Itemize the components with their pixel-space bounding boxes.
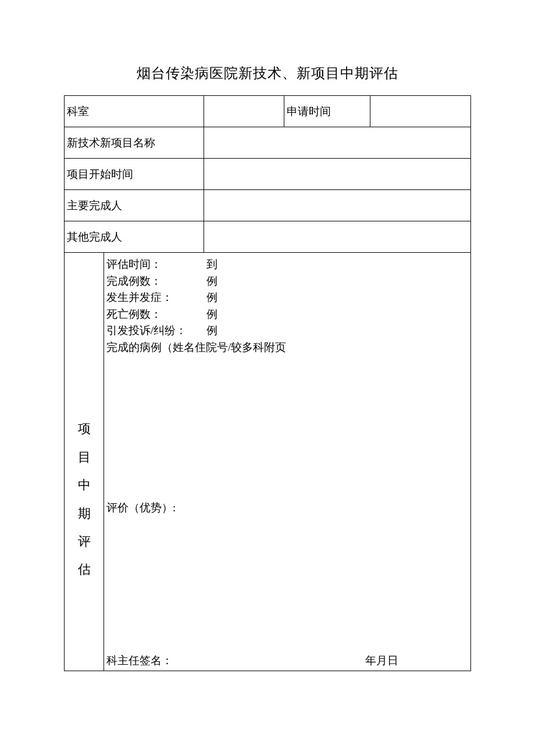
section-char: 估: [78, 556, 91, 583]
midterm-section-label: 项 目 中 期 评 估: [65, 253, 104, 671]
death-label: 死亡例数：: [106, 306, 206, 323]
dept-label: 科室: [65, 96, 204, 127]
cases-detail-label: 完成的病例（姓名住院号/较多科附页: [106, 339, 468, 356]
midterm-content-cell[interactable]: 评估时间： 到 完成例数： 例 发生并发症： 例 死亡例数： 例: [104, 253, 471, 671]
project-name-field[interactable]: [204, 127, 471, 159]
death-value: 例: [206, 306, 217, 323]
cases-done-label: 完成例数：: [106, 273, 206, 290]
complication-label: 发生并发症：: [106, 289, 206, 306]
evaluation-form-table: 科室 申请时间 新技术新项目名称 项目开始时间 主要完成人 其他完成人 项: [64, 95, 471, 671]
complication-value: 例: [206, 289, 217, 306]
eval-time-label: 评估时间：: [106, 256, 206, 273]
section-char: 中: [78, 471, 91, 499]
apply-time-label: 申请时间: [284, 96, 370, 127]
sign-label: 科主任签名：: [106, 653, 173, 668]
main-person-label: 主要完成人: [65, 190, 204, 221]
project-name-label: 新技术新项目名称: [65, 127, 204, 159]
complaint-label: 引发投诉/纠纷：: [106, 323, 206, 339]
start-time-field[interactable]: [204, 159, 471, 190]
complaint-value: 例: [206, 323, 217, 339]
page-title: 烟台传染病医院新技术、新项目中期评估: [64, 64, 471, 83]
other-person-field[interactable]: [204, 221, 471, 253]
dept-field[interactable]: [204, 96, 284, 127]
section-char: 项: [78, 415, 91, 443]
section-char: 目: [78, 443, 91, 471]
section-char: 评: [78, 528, 91, 556]
cases-done-value: 例: [206, 273, 217, 290]
evaluation-label: 评价（优势）:: [106, 500, 176, 515]
start-time-label: 项目开始时间: [65, 159, 204, 190]
apply-time-field[interactable]: [370, 96, 471, 127]
eval-time-value: 到: [206, 256, 217, 273]
section-char: 期: [78, 500, 91, 528]
other-person-label: 其他完成人: [65, 221, 204, 253]
main-person-field[interactable]: [204, 190, 471, 221]
sign-date: 年月日: [365, 653, 468, 668]
